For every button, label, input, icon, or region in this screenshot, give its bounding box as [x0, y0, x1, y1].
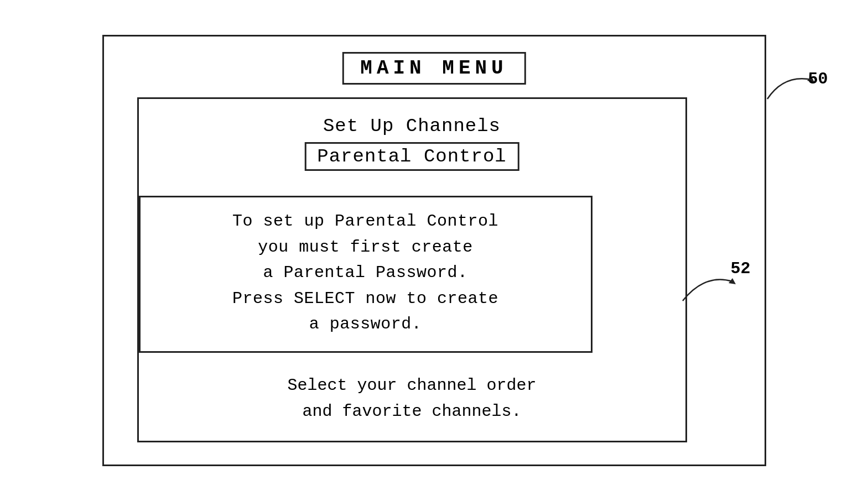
dialog-box: To set up Parental Control you must firs… [139, 196, 592, 353]
menu-item-setup[interactable]: Set Up Channels [161, 116, 663, 137]
main-menu-title: MAIN MENU [342, 52, 526, 85]
dialog-line3: a Parental Password. [263, 263, 467, 282]
bottom-text: Select your channel order and favorite c… [139, 373, 685, 424]
bottom-line2: and favorite channels. [302, 402, 521, 421]
bottom-line1: Select your channel order [287, 376, 536, 395]
label-50: 50 [808, 70, 828, 88]
page-container: MAIN MENU 50 Set Up Channels Parental Co… [0, 0, 868, 501]
inner-box: Set Up Channels Parental Control To set … [137, 97, 687, 442]
label-52: 52 [730, 259, 750, 278]
dialog-line5: a password. [309, 315, 422, 333]
dialog-text: To set up Parental Control you must firs… [157, 208, 574, 337]
dialog-line4: Press SELECT now to create [232, 289, 498, 308]
dialog-line2: you must first create [258, 238, 473, 257]
outer-box: MAIN MENU 50 Set Up Channels Parental Co… [102, 35, 766, 466]
dialog-line1: To set up Parental Control [232, 212, 498, 231]
menu-item-parental[interactable]: Parental Control [304, 142, 519, 171]
